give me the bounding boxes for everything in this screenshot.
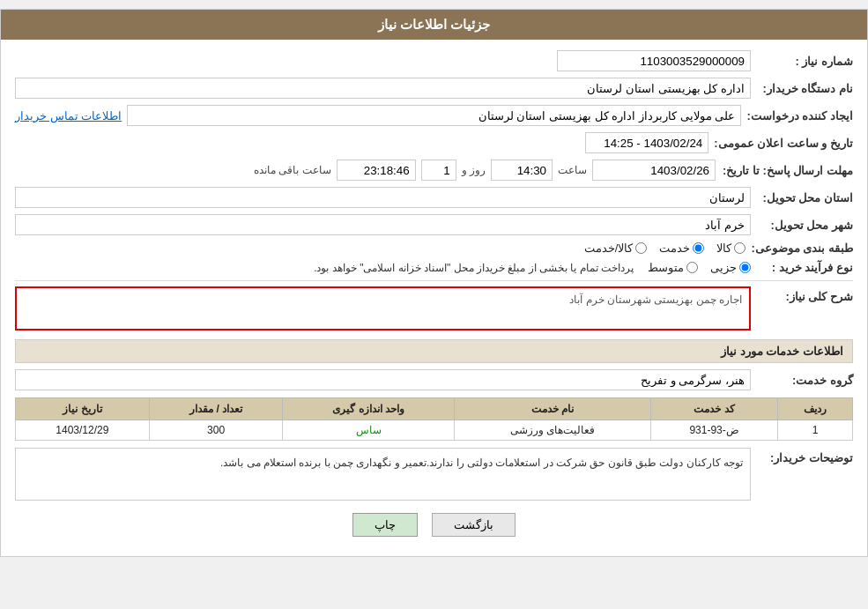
- ostan-label: استان محل تحویل:: [756, 191, 853, 204]
- mohlat-baqi-input[interactable]: [337, 160, 416, 181]
- content-area: شماره نیاز : نام دستگاه خریدار: ایجاد کن…: [1, 40, 867, 556]
- navoe-radio-group: جزیی متوسط: [648, 261, 751, 274]
- cell-tarikh: 1403/12/29: [16, 420, 150, 441]
- tabaqe-label: طبقه بندی موضوعی:: [751, 241, 853, 255]
- buttons-row: بازگشت چاپ: [15, 513, 853, 537]
- nam-dastgah-input[interactable]: [15, 78, 751, 99]
- tabaqe-kala-khedmat-item[interactable]: کالا/خدمت: [584, 241, 648, 255]
- cell-vahed: ساس: [283, 420, 454, 441]
- mohlat-row: مهلت ارسال پاسخ: تا تاریخ: ساعت روز و سا…: [15, 160, 853, 181]
- mohlat-date-input[interactable]: [592, 160, 716, 181]
- ijad-konande-label: ایجاد کننده درخواست:: [746, 109, 853, 123]
- tawzih-label: توضیحات خریدار:: [756, 451, 853, 464]
- mohlat-saat-label: ساعت: [558, 164, 587, 176]
- group-input[interactable]: [15, 369, 751, 390]
- chap-button[interactable]: چاپ: [352, 513, 418, 537]
- mohlat-rooz-input[interactable]: [421, 160, 456, 181]
- tabaqe-kala-radio[interactable]: [734, 242, 746, 254]
- sharh-row: شرح کلی نیاز: اجاره چمن بهزیستی شهرستان …: [15, 286, 853, 330]
- shahr-label: شهر محل تحویل:: [756, 219, 853, 232]
- tabaqe-kala-item[interactable]: کالا: [716, 241, 746, 255]
- ijad-konande-row: ایجاد کننده درخواست: اطلاعات تماس خریدار: [15, 105, 853, 126]
- cell-tedad: 300: [149, 420, 283, 441]
- sharh-label: شرح کلی نیاز:: [756, 290, 853, 303]
- col-kod: کد خدمت: [650, 398, 778, 420]
- shahr-input[interactable]: [15, 214, 751, 235]
- services-table-section: ردیف کد خدمت نام خدمت واحد اندازه گیری ت…: [15, 397, 853, 441]
- shomare-niaz-input[interactable]: [557, 50, 751, 71]
- tabaqe-khedmat-item[interactable]: خدمت: [659, 241, 704, 255]
- services-table: ردیف کد خدمت نام خدمت واحد اندازه گیری ت…: [15, 397, 853, 441]
- navoe-label: نوع فرآیند خرید :: [756, 261, 853, 274]
- page-title: جزئیات اطلاعات نیاز: [378, 17, 490, 32]
- sharh-box: اجاره چمن بهزیستی شهرستان خرم آباد: [15, 286, 751, 330]
- navoe-jozi-item[interactable]: جزیی: [710, 261, 751, 274]
- tabaqe-row: طبقه بندی موضوعی: کالا خدمت کالا/خدمت: [15, 241, 853, 255]
- navoe-jozi-radio[interactable]: [739, 262, 751, 273]
- table-row: 1 ض-93-931 فعالیت‌های ورزشی ساس 300 1403…: [16, 420, 853, 441]
- col-vahed: واحد اندازه گیری: [283, 398, 454, 420]
- ijad-konande-input[interactable]: [127, 105, 741, 126]
- navoe-note: پرداخت تمام یا بخشی از مبلغ خریداز محل "…: [314, 262, 634, 274]
- tarikh-row: تاریخ و ساعت اعلان عمومی:: [15, 132, 853, 153]
- navoe-motavaset-radio[interactable]: [686, 262, 698, 273]
- mohlat-rooz-label: روز و: [462, 164, 486, 176]
- col-radif: ردیف: [778, 398, 853, 420]
- mohlat-baqi-label: ساعت باقی مانده: [254, 164, 331, 176]
- group-row: گروه خدمت:: [15, 369, 853, 390]
- tabaqe-radio-group: کالا خدمت کالا/خدمت: [584, 241, 746, 255]
- mohlat-label: مهلت ارسال پاسخ: تا تاریخ:: [721, 164, 853, 177]
- tabaqe-khedmat-label: خدمت: [659, 241, 690, 255]
- col-tedad: تعداد / مقدار: [149, 398, 283, 420]
- group-label: گروه خدمت:: [756, 374, 853, 387]
- nam-dastgah-row: نام دستگاه خریدار:: [15, 78, 853, 99]
- col-nam: نام خدمت: [454, 398, 650, 420]
- navoe-jozi-label: جزیی: [710, 261, 737, 274]
- navoe-motavaset-item[interactable]: متوسط: [648, 261, 698, 274]
- navoe-row: نوع فرآیند خرید : جزیی متوسط پرداخت تمام…: [15, 261, 853, 274]
- shahr-row: شهر محل تحویل:: [15, 214, 853, 235]
- shomare-niaz-row: شماره نیاز :: [15, 50, 853, 71]
- page-wrapper: جزئیات اطلاعات نیاز شماره نیاز : نام دست…: [0, 9, 868, 557]
- cell-nam: فعالیت‌های ورزشی: [454, 420, 650, 441]
- navoe-motavaset-label: متوسط: [648, 261, 684, 274]
- ettelaat-tamas-link[interactable]: اطلاعات تماس خریدار: [15, 109, 122, 123]
- nam-dastgah-label: نام دستگاه خریدار:: [756, 82, 853, 95]
- mohlat-saat-input[interactable]: [491, 160, 553, 181]
- shomare-niaz-label: شماره نیاز :: [756, 55, 853, 68]
- tabaqe-khedmat-radio[interactable]: [693, 242, 704, 254]
- tabaqe-kala-khedmat-radio[interactable]: [635, 242, 647, 254]
- tarikh-input[interactable]: [585, 132, 708, 153]
- cell-radif: 1: [778, 420, 853, 441]
- ostan-input[interactable]: [15, 187, 751, 208]
- col-tarikh: تاریخ نیاز: [16, 398, 150, 420]
- ostan-row: استان محل تحویل:: [15, 187, 853, 208]
- cell-kod: ض-93-931: [650, 420, 778, 441]
- tabaqe-kala-label: کالا: [716, 241, 731, 255]
- bazgasht-button[interactable]: بازگشت: [432, 513, 516, 537]
- tawzih-row: توضیحات خریدار: توجه کارکنان دولت طبق قا…: [15, 448, 853, 501]
- tawzih-value: توجه کارکنان دولت طبق قانون حق شرکت در ا…: [220, 457, 743, 469]
- tawzih-box: توجه کارکنان دولت طبق قانون حق شرکت در ا…: [15, 448, 751, 501]
- services-title: اطلاعات خدمات مورد نیاز: [15, 339, 853, 363]
- tabaqe-kala-khedmat-label: کالا/خدمت: [584, 241, 634, 255]
- sharh-value: اجاره چمن بهزیستی شهرستان خرم آباد: [569, 293, 742, 306]
- tarikh-label: تاریخ و ساعت اعلان عمومی:: [714, 137, 853, 150]
- page-header: جزئیات اطلاعات نیاز: [1, 10, 867, 40]
